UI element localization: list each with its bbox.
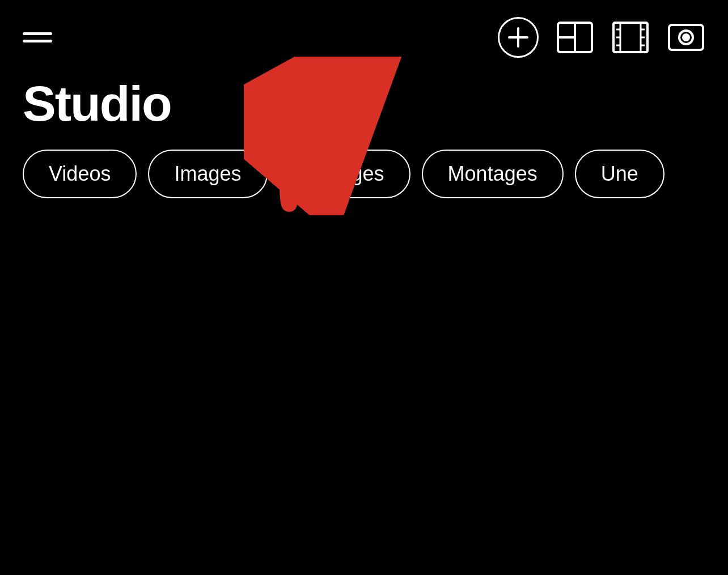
collage-layout-icon[interactable] xyxy=(556,20,594,54)
page-title: Studio xyxy=(0,69,728,150)
tab-images[interactable]: Images xyxy=(148,150,267,198)
tab-collages[interactable]: Collages xyxy=(279,150,410,198)
svg-point-14 xyxy=(683,35,689,40)
tab-videos[interactable]: Videos xyxy=(23,150,137,198)
record-icon[interactable] xyxy=(667,20,705,54)
header-actions xyxy=(498,17,705,58)
add-button[interactable] xyxy=(498,17,539,58)
hamburger-menu-button[interactable] xyxy=(23,32,52,42)
header xyxy=(0,0,728,69)
filter-tabs: Videos Images Collages Montages Une xyxy=(0,150,728,198)
tab-montages[interactable]: Montages xyxy=(422,150,564,198)
tab-unedited[interactable]: Une xyxy=(575,150,664,198)
film-strip-icon[interactable] xyxy=(611,20,650,54)
